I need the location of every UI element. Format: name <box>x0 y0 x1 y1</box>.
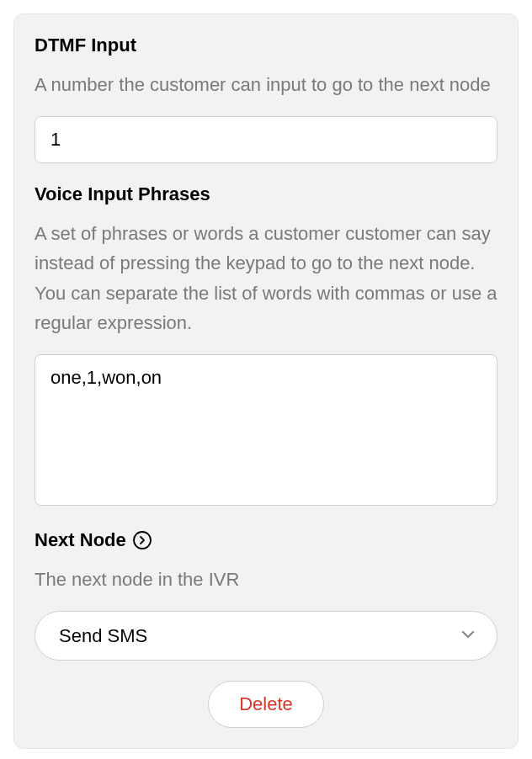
voice-field-group: Voice Input Phrases A set of phrases or … <box>35 183 497 509</box>
delete-button[interactable]: Delete <box>208 681 324 728</box>
dtmf-label: DTMF Input <box>35 34 497 56</box>
delete-button-wrapper: Delete <box>35 681 497 728</box>
dtmf-input[interactable] <box>35 116 497 163</box>
dtmf-description: A number the customer can input to go to… <box>35 70 497 99</box>
voice-description: A set of phrases or words a customer cus… <box>35 219 497 337</box>
chevron-right-circle-icon <box>133 531 152 549</box>
config-panel: DTMF Input A number the customer can inp… <box>13 13 519 749</box>
voice-input[interactable] <box>35 354 497 506</box>
next-node-label: Next Node <box>35 529 497 551</box>
next-node-description: The next node in the IVR <box>35 565 497 594</box>
next-node-label-text: Next Node <box>35 529 126 551</box>
next-node-field-group: Next Node The next node in the IVR Send … <box>35 529 497 661</box>
voice-label: Voice Input Phrases <box>35 183 497 205</box>
svg-point-0 <box>134 532 151 549</box>
next-node-select-wrapper: Send SMS <box>35 611 497 661</box>
dtmf-field-group: DTMF Input A number the customer can inp… <box>35 34 497 163</box>
next-node-select[interactable]: Send SMS <box>35 611 497 661</box>
